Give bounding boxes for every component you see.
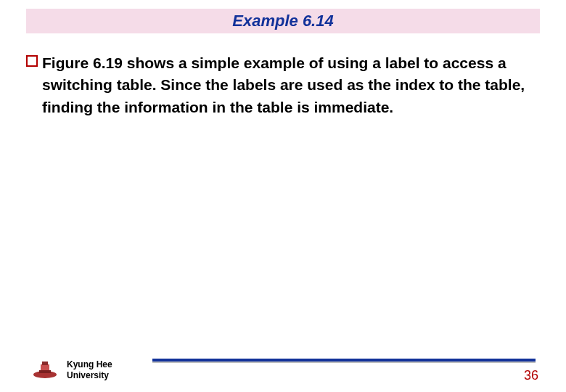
body-paragraph: Figure 6.19 shows a simple example of us… — [42, 52, 531, 118]
slide-footer: Kyung Hee University 36 — [26, 353, 540, 382]
university-name-line2: University — [67, 370, 112, 380]
university-logo-icon — [32, 360, 58, 379]
slide-body: Figure 6.19 shows a simple example of us… — [26, 52, 531, 118]
svg-rect-2 — [42, 362, 48, 365]
svg-rect-3 — [39, 370, 51, 373]
slide-title: Example 6.14 — [232, 12, 333, 30]
footer-rule — [152, 359, 536, 362]
bullet-item: Figure 6.19 shows a simple example of us… — [26, 52, 531, 118]
university-name: Kyung Hee University — [67, 359, 112, 380]
title-bar: Example 6.14 — [26, 9, 540, 33]
university-name-line1: Kyung Hee — [67, 359, 112, 369]
square-bullet-icon — [26, 55, 38, 67]
slide: Example 6.14 Figure 6.19 shows a simple … — [0, 0, 566, 392]
page-number: 36 — [524, 368, 538, 383]
